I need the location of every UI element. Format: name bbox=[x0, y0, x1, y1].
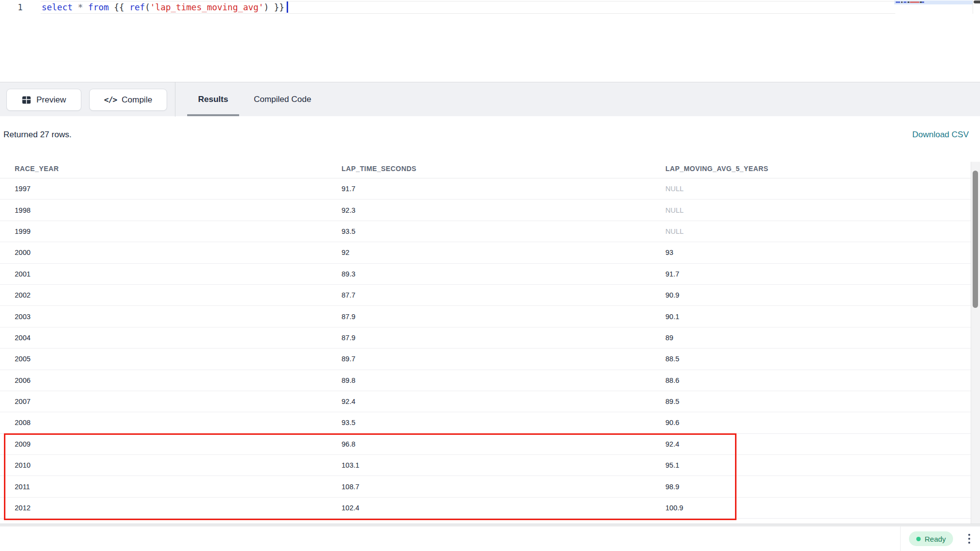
cell-lap-moving-avg-5-years: NULL bbox=[651, 185, 971, 193]
cell-lap-time-seconds: 87.7 bbox=[327, 291, 651, 299]
ready-status-badge[interactable]: Ready bbox=[909, 531, 953, 546]
cell-lap-moving-avg-5-years: 88.5 bbox=[651, 355, 971, 363]
table-row: 2004 87.9 89 bbox=[0, 327, 971, 349]
row-count-summary: Returned 27 rows. bbox=[3, 128, 72, 141]
cell-lap-moving-avg-5-years: 90.6 bbox=[651, 419, 971, 426]
cell-race-year: 1999 bbox=[0, 227, 327, 235]
cell-race-year: 2002 bbox=[0, 291, 327, 299]
status-bar: Ready bbox=[0, 526, 980, 551]
cell-race-year: 2012 bbox=[0, 504, 327, 512]
compile-button[interactable]: </> Compile bbox=[89, 89, 167, 111]
table-header-row: RACE_YEAR LAP_TIME_SECONDS LAP_MOVING_AV… bbox=[0, 159, 971, 178]
editor-scrollbar-thumb[interactable] bbox=[974, 0, 980, 3]
table-row: 2009 96.8 92.4 bbox=[0, 434, 971, 455]
cell-race-year: 2005 bbox=[0, 355, 327, 363]
table-row: 2008 93.5 90.6 bbox=[0, 412, 971, 433]
editor-minimap[interactable] bbox=[894, 0, 973, 4]
table-row: 2010 103.1 95.1 bbox=[0, 455, 971, 476]
table-row: 1998 92.3 NULL bbox=[0, 200, 971, 221]
column-header-lap-time-seconds: LAP_TIME_SECONDS bbox=[327, 165, 651, 173]
cell-lap-moving-avg-5-years: 90.1 bbox=[651, 313, 971, 321]
cell-lap-time-seconds: 89.7 bbox=[327, 355, 651, 363]
cell-lap-moving-avg-5-years: NULL bbox=[651, 227, 971, 235]
cell-race-year: 2007 bbox=[0, 398, 327, 405]
table-row: 2005 89.7 88.5 bbox=[0, 349, 971, 370]
cell-lap-moving-avg-5-years: 93 bbox=[651, 249, 971, 256]
code-line[interactable]: select * from {{ ref('lap_times_moving_a… bbox=[42, 1, 284, 13]
tab-compiled-code-label: Compiled Code bbox=[254, 95, 311, 104]
cell-race-year: 2001 bbox=[0, 270, 327, 278]
cell-race-year: 2003 bbox=[0, 313, 327, 321]
text-cursor bbox=[287, 1, 288, 13]
kebab-menu-icon[interactable] bbox=[964, 530, 974, 547]
toolbar-divider bbox=[175, 82, 175, 117]
cell-lap-time-seconds: 89.3 bbox=[327, 270, 651, 278]
cell-lap-time-seconds: 87.9 bbox=[327, 313, 651, 321]
cell-lap-time-seconds: 96.8 bbox=[327, 440, 651, 448]
cell-race-year: 2008 bbox=[0, 419, 327, 426]
green-dot-icon bbox=[916, 537, 921, 541]
cell-lap-time-seconds: 93.5 bbox=[327, 227, 651, 235]
table-row: 2007 92.4 89.5 bbox=[0, 391, 971, 412]
cell-lap-time-seconds: 87.9 bbox=[327, 334, 651, 342]
cell-race-year: 1997 bbox=[0, 185, 327, 193]
table-row: 1999 93.5 NULL bbox=[0, 221, 971, 242]
cell-lap-time-seconds: 103.1 bbox=[327, 461, 651, 469]
download-csv-link[interactable]: Download CSV bbox=[912, 128, 969, 141]
cell-lap-time-seconds: 92 bbox=[327, 249, 651, 256]
table-grid-icon bbox=[22, 95, 31, 105]
cell-race-year: 2009 bbox=[0, 440, 327, 448]
results-toolbar: Preview </> Compile Results Compiled Cod… bbox=[0, 82, 980, 116]
ready-status-label: Ready bbox=[925, 535, 946, 543]
cell-race-year: 2004 bbox=[0, 334, 327, 342]
cell-race-year: 2000 bbox=[0, 249, 327, 256]
cell-lap-moving-avg-5-years: 98.9 bbox=[651, 483, 971, 491]
tab-results-label: Results bbox=[198, 95, 228, 104]
tab-compiled-code[interactable]: Compiled Code bbox=[251, 82, 314, 117]
cell-lap-time-seconds: 102.4 bbox=[327, 504, 651, 512]
cell-lap-moving-avg-5-years: 92.4 bbox=[651, 440, 971, 448]
table-row: 2011 108.7 98.9 bbox=[0, 476, 971, 497]
cell-race-year: 2006 bbox=[0, 376, 327, 384]
table-row: 2002 87.7 90.9 bbox=[0, 285, 971, 306]
table-row: 2001 89.3 91.7 bbox=[0, 264, 971, 285]
cell-lap-moving-avg-5-years: 100.9 bbox=[651, 504, 971, 512]
cell-race-year: 1998 bbox=[0, 206, 327, 214]
active-tab-underline bbox=[187, 114, 239, 116]
table-row: 1997 91.7 NULL bbox=[0, 178, 971, 200]
results-scrollbar-thumb[interactable] bbox=[973, 171, 978, 308]
table-row: 2012 102.4 100.9 bbox=[0, 498, 971, 519]
cell-lap-moving-avg-5-years: 89 bbox=[651, 334, 971, 342]
compile-button-label: Compile bbox=[122, 95, 152, 105]
cell-lap-time-seconds: 89.8 bbox=[327, 376, 651, 384]
cell-race-year: 2010 bbox=[0, 461, 327, 469]
table-body: 1997 91.7 NULL 1998 92.3 NULL 1999 93.5 … bbox=[0, 178, 971, 519]
cell-lap-moving-avg-5-years: 89.5 bbox=[651, 398, 971, 405]
preview-button-label: Preview bbox=[36, 95, 66, 105]
cell-lap-moving-avg-5-years: 95.1 bbox=[651, 461, 971, 469]
column-header-lap-moving-avg-5-years: LAP_MOVING_AVG_5_YEARS bbox=[651, 165, 971, 173]
cell-lap-time-seconds: 93.5 bbox=[327, 419, 651, 426]
line-number: 1 bbox=[18, 1, 28, 13]
cell-lap-time-seconds: 91.7 bbox=[327, 185, 651, 193]
minimap-edge-line bbox=[973, 0, 973, 14]
table-row: 2003 87.9 90.1 bbox=[0, 306, 971, 327]
minimap-code-marks bbox=[896, 1, 924, 3]
cell-lap-moving-avg-5-years: 88.6 bbox=[651, 376, 971, 384]
table-row: 2000 92 93 bbox=[0, 242, 971, 263]
cell-lap-moving-avg-5-years: 91.7 bbox=[651, 270, 971, 278]
column-header-race-year: RACE_YEAR bbox=[0, 165, 327, 173]
code-icon: </> bbox=[104, 95, 117, 104]
preview-button[interactable]: Preview bbox=[6, 89, 81, 111]
tab-results[interactable]: Results bbox=[187, 82, 239, 117]
cell-lap-moving-avg-5-years: NULL bbox=[651, 206, 971, 214]
cell-race-year: 2011 bbox=[0, 483, 327, 491]
table-row: 2006 89.8 88.6 bbox=[0, 370, 971, 391]
status-bar-divider bbox=[900, 526, 901, 551]
cell-lap-time-seconds: 92.4 bbox=[327, 398, 651, 405]
cell-lap-time-seconds: 92.3 bbox=[327, 206, 651, 214]
cell-lap-time-seconds: 108.7 bbox=[327, 483, 651, 491]
cell-lap-moving-avg-5-years: 90.9 bbox=[651, 291, 971, 299]
ide-window: 1 select * from {{ ref('lap_times_moving… bbox=[0, 0, 980, 551]
